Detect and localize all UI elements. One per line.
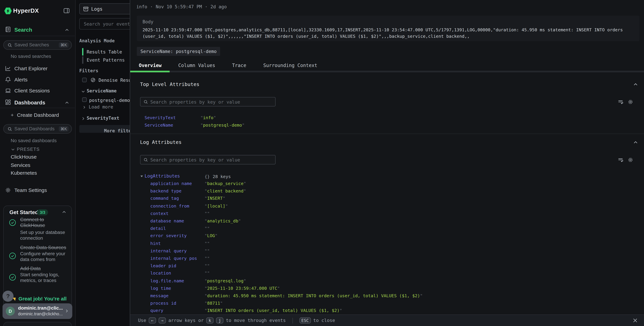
attribute-key[interactable]: internal_query: [150, 248, 205, 253]
sidebar-section-search[interactable]: Search: [0, 26, 75, 35]
attribute-key[interactable]: query: [150, 308, 205, 313]
attribute-key[interactable]: error_severity: [150, 233, 205, 238]
attribute-row[interactable]: error_severity "LOG": [140, 232, 639, 239]
attribute-row[interactable]: detail "": [140, 224, 639, 232]
attribute-key[interactable]: database_name: [150, 218, 205, 223]
chevron-up-icon[interactable]: [633, 82, 638, 87]
attribute-row[interactable]: hint "": [140, 239, 639, 247]
attribute-value[interactable]: "INSERT INTO orders (user_id, total) VAL…: [204, 308, 342, 313]
attribute-value[interactable]: "": [204, 256, 210, 260]
attribute-value[interactable]: "INSERT": [204, 196, 225, 201]
attribute-key[interactable]: leader_pid: [150, 263, 205, 268]
attribute-row[interactable]: context "": [140, 210, 639, 217]
attribute-key[interactable]: context: [150, 211, 205, 216]
attribute-row[interactable]: log.file.name "postgresql.log": [140, 277, 639, 284]
preset-kubernetes[interactable]: Kubernetes: [11, 170, 37, 176]
attribute-row[interactable]: application_name "backup_service": [140, 180, 639, 187]
mode-results-table[interactable]: Results Table: [86, 49, 122, 55]
attribute-value[interactable]: "": [204, 226, 210, 231]
attribute-key[interactable]: application_name: [150, 181, 205, 186]
wrap-lines-icon[interactable]: [618, 99, 624, 105]
attribute-value[interactable]: "duration: 45.950 ms statement: INSERT I…: [204, 293, 422, 298]
service-name-tag[interactable]: ServiceName: postgresql-demo: [137, 47, 220, 56]
attribute-row[interactable]: query "INSERT INTO orders (user_id, tota…: [140, 307, 639, 314]
log-attributes-root-row[interactable]: LogAttributes {}28 keys: [140, 173, 231, 180]
body-text[interactable]: 2025-11-10 23:59:47.000 UTC,postgres,ana…: [142, 27, 634, 40]
attribute-key[interactable]: process_id: [150, 301, 205, 305]
attribute-key[interactable]: SeverityText: [144, 115, 200, 120]
attribute-key[interactable]: hint: [150, 241, 205, 246]
preset-services[interactable]: Services: [11, 162, 30, 168]
attribute-value[interactable]: "client backend": [204, 188, 246, 193]
caret-down-icon[interactable]: [140, 175, 143, 177]
attribute-key[interactable]: ServiceName: [144, 123, 200, 127]
attribute-key[interactable]: message: [150, 293, 205, 298]
attribute-value[interactable]: "[local]": [204, 203, 228, 208]
attribute-row[interactable]: location "": [140, 269, 639, 277]
attribute-value[interactable]: "": [204, 211, 210, 216]
attribute-value[interactable]: "analytics_db": [204, 218, 241, 223]
product-updates-card[interactable]: Product updates: [3, 322, 72, 326]
servicename-value-checkbox[interactable]: [82, 98, 87, 102]
attribute-key[interactable]: backend_type: [150, 188, 205, 193]
user-profile-chip[interactable]: D dominic.tran@clic... dominic.tran@clic…: [2, 303, 72, 319]
attribute-value[interactable]: "postgresql.log": [204, 278, 246, 283]
gear-icon[interactable]: [628, 99, 633, 105]
wrap-lines-icon[interactable]: [618, 157, 624, 163]
attribute-row[interactable]: ServiceName "postgresql-demo": [140, 121, 639, 129]
saved-dashboards-input[interactable]: Saved Dashboards ⌘K: [3, 124, 72, 134]
sidebar-item-alerts[interactable]: Alerts: [0, 76, 75, 84]
servicename-value[interactable]: postgresql-demo: [89, 98, 130, 103]
attribute-value[interactable]: "": [204, 263, 210, 268]
close-icon[interactable]: [632, 318, 638, 323]
attribute-row[interactable]: internal_query "": [140, 247, 639, 254]
sidebar-section-dashboards[interactable]: Dashboards: [0, 98, 75, 107]
saved-searches-input[interactable]: Saved Searches ⌘K: [3, 40, 72, 50]
sidebar-collapse-icon[interactable]: [63, 8, 70, 14]
attribute-key[interactable]: connection_from: [150, 203, 205, 208]
help-button[interactable]: ?: [2, 291, 14, 302]
attribute-key[interactable]: LogAttributes: [144, 173, 180, 179]
attribute-row[interactable]: message "duration: 45.950 ms statement: …: [140, 292, 639, 299]
attribute-row[interactable]: log_time "2025-11-10 23:59:47.000 UTC": [140, 284, 639, 292]
create-dashboard-button[interactable]: +Create Dashboard: [11, 112, 59, 118]
chevron-up-icon[interactable]: [64, 100, 69, 105]
attribute-key[interactable]: log.file.name: [150, 278, 205, 283]
task-title[interactable]: Connect to ClickHouse: [20, 217, 70, 228]
attribute-key[interactable]: log_time: [150, 285, 205, 290]
gear-icon[interactable]: [628, 157, 633, 163]
top-level-search-input[interactable]: Search properties by key or value: [140, 97, 276, 107]
attribute-row[interactable]: SeverityText "info": [140, 114, 639, 121]
tab-overview[interactable]: Overview: [139, 63, 162, 68]
task-title[interactable]: Add Data: [20, 266, 70, 271]
task-title[interactable]: Create Data Sources: [20, 245, 70, 250]
log-attributes-search-input[interactable]: Search properties by key or value: [140, 155, 276, 165]
attribute-value[interactable]: "LOG": [204, 233, 218, 238]
attribute-value[interactable]: "2025-11-10 23:59:47.000 UTC": [204, 285, 280, 290]
attribute-key[interactable]: command_tag: [150, 196, 205, 201]
attribute-value[interactable]: "postgresql-demo": [200, 123, 244, 127]
tab-trace[interactable]: Trace: [232, 63, 246, 68]
attribute-value[interactable]: "88711": [204, 301, 223, 305]
attribute-row[interactable]: backend_type "client backend": [140, 187, 639, 194]
sidebar-item-chart-explorer[interactable]: Chart Explorer: [0, 65, 75, 73]
mode-event-patterns[interactable]: Event Patterns: [86, 58, 125, 63]
preset-clickhouse[interactable]: ClickHouse: [11, 154, 37, 160]
denoise-checkbox[interactable]: [82, 78, 87, 82]
attribute-key[interactable]: internal_query_pos: [150, 256, 205, 260]
attribute-row[interactable]: leader_pid "": [140, 262, 639, 269]
chevron-up-icon[interactable]: [64, 28, 69, 33]
attribute-value[interactable]: "": [204, 241, 210, 246]
attribute-value[interactable]: "backup_service": [204, 181, 246, 186]
attribute-value[interactable]: "info": [200, 115, 216, 120]
tab-column-values[interactable]: Column Values: [178, 63, 215, 68]
sidebar-item-team-settings[interactable]: Team Settings: [0, 187, 75, 194]
tab-surrounding-context[interactable]: Surrounding Context: [263, 63, 318, 68]
attribute-key[interactable]: detail: [150, 226, 205, 231]
attribute-value[interactable]: "": [204, 248, 210, 253]
attribute-row[interactable]: command_tag "INSERT": [140, 195, 639, 202]
attribute-row[interactable]: internal_query_pos "": [140, 254, 639, 262]
chevron-up-icon[interactable]: [633, 140, 638, 145]
attribute-row[interactable]: database_name "analytics_db": [140, 217, 639, 224]
attribute-row[interactable]: connection_from "[local]": [140, 202, 639, 210]
